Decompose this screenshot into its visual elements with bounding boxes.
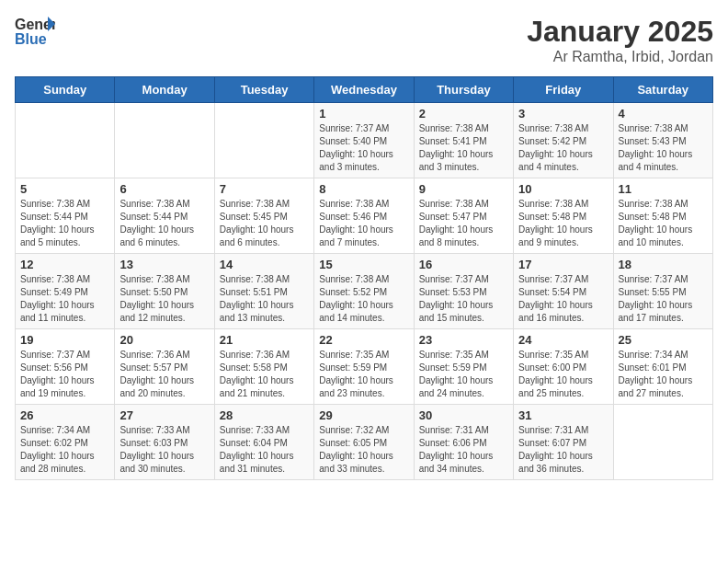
day-number: 17 [518, 258, 608, 271]
calendar-cell: 25Sunrise: 7:34 AMSunset: 6:01 PMDayligh… [613, 329, 712, 405]
day-info: Sunrise: 7:38 AMSunset: 5:44 PMDaylight:… [20, 198, 109, 249]
calendar-cell: 24Sunrise: 7:35 AMSunset: 6:00 PMDayligh… [514, 329, 613, 405]
weekday-header: Saturday [613, 77, 712, 103]
day-info: Sunrise: 7:38 AMSunset: 5:46 PMDaylight:… [319, 198, 408, 249]
day-number: 12 [20, 258, 109, 271]
day-info: Sunrise: 7:38 AMSunset: 5:45 PMDaylight:… [220, 198, 309, 249]
day-number: 13 [119, 258, 209, 271]
calendar-table: SundayMondayTuesdayWednesdayThursdayFrid… [15, 76, 713, 480]
calendar-cell [115, 103, 214, 178]
day-info: Sunrise: 7:38 AMSunset: 5:47 PMDaylight:… [419, 198, 508, 249]
day-info: Sunrise: 7:38 AMSunset: 5:48 PMDaylight:… [619, 198, 708, 249]
day-info: Sunrise: 7:37 AMSunset: 5:40 PMDaylight:… [319, 122, 408, 174]
weekday-header-row: SundayMondayTuesdayWednesdayThursdayFrid… [16, 77, 713, 103]
day-number: 4 [619, 107, 708, 121]
day-number: 11 [619, 182, 708, 196]
day-number: 21 [220, 333, 309, 347]
calendar-cell: 11Sunrise: 7:38 AMSunset: 5:48 PMDayligh… [613, 178, 712, 254]
day-info: Sunrise: 7:36 AMSunset: 5:57 PMDaylight:… [119, 349, 209, 400]
day-info: Sunrise: 7:35 AMSunset: 5:59 PMDaylight:… [319, 349, 408, 400]
calendar-cell: 13Sunrise: 7:38 AMSunset: 5:50 PMDayligh… [115, 254, 214, 329]
day-info: Sunrise: 7:37 AMSunset: 5:53 PMDaylight:… [419, 273, 508, 325]
day-info: Sunrise: 7:37 AMSunset: 5:54 PMDaylight:… [518, 273, 608, 325]
day-number: 19 [20, 333, 109, 347]
day-number: 2 [419, 107, 508, 121]
day-info: Sunrise: 7:37 AMSunset: 5:55 PMDaylight:… [619, 273, 708, 325]
day-info: Sunrise: 7:38 AMSunset: 5:48 PMDaylight:… [518, 198, 608, 249]
calendar-cell [16, 103, 115, 178]
day-info: Sunrise: 7:33 AMSunset: 6:04 PMDaylight:… [220, 424, 309, 476]
day-number: 9 [419, 182, 508, 196]
calendar-cell: 14Sunrise: 7:38 AMSunset: 5:51 PMDayligh… [214, 254, 313, 329]
calendar-cell: 1Sunrise: 7:37 AMSunset: 5:40 PMDaylight… [314, 103, 414, 178]
day-number: 16 [419, 258, 508, 271]
day-number: 15 [319, 258, 408, 271]
calendar-cell: 16Sunrise: 7:37 AMSunset: 5:53 PMDayligh… [414, 254, 513, 329]
weekday-header: Monday [115, 77, 214, 103]
calendar-cell [613, 405, 712, 480]
logo-icon: General Blue [15, 15, 55, 48]
calendar-cell: 17Sunrise: 7:37 AMSunset: 5:54 PMDayligh… [514, 254, 613, 329]
day-info: Sunrise: 7:35 AMSunset: 5:59 PMDaylight:… [419, 349, 508, 400]
day-info: Sunrise: 7:38 AMSunset: 5:52 PMDaylight:… [319, 273, 408, 325]
calendar-cell: 10Sunrise: 7:38 AMSunset: 5:48 PMDayligh… [514, 178, 613, 254]
day-number: 25 [619, 333, 708, 347]
calendar-week-row: 19Sunrise: 7:37 AMSunset: 5:56 PMDayligh… [16, 329, 713, 405]
weekday-header: Thursday [414, 77, 513, 103]
weekday-header: Sunday [16, 77, 115, 103]
day-info: Sunrise: 7:38 AMSunset: 5:49 PMDaylight:… [20, 273, 109, 325]
calendar-week-row: 1Sunrise: 7:37 AMSunset: 5:40 PMDaylight… [16, 103, 713, 178]
day-number: 14 [220, 258, 309, 271]
day-number: 3 [518, 107, 608, 121]
calendar-cell: 29Sunrise: 7:32 AMSunset: 6:05 PMDayligh… [314, 405, 414, 480]
page-header: General Blue January 2025 Ar Ramtha, Irb… [15, 15, 713, 65]
calendar-cell: 5Sunrise: 7:38 AMSunset: 5:44 PMDaylight… [16, 178, 115, 254]
svg-text:Blue: Blue [15, 31, 47, 47]
day-number: 18 [619, 258, 708, 271]
month-title: January 2025 [527, 15, 713, 49]
day-number: 22 [319, 333, 408, 347]
logo: General Blue [15, 15, 57, 48]
day-number: 29 [319, 408, 408, 422]
calendar-week-row: 12Sunrise: 7:38 AMSunset: 5:49 PMDayligh… [16, 254, 713, 329]
day-number: 6 [119, 182, 209, 196]
day-info: Sunrise: 7:32 AMSunset: 6:05 PMDaylight:… [319, 424, 408, 476]
day-number: 27 [119, 408, 209, 422]
day-info: Sunrise: 7:33 AMSunset: 6:03 PMDaylight:… [119, 424, 209, 476]
day-number: 8 [319, 182, 408, 196]
calendar-cell: 23Sunrise: 7:35 AMSunset: 5:59 PMDayligh… [414, 329, 513, 405]
calendar-cell: 9Sunrise: 7:38 AMSunset: 5:47 PMDaylight… [414, 178, 513, 254]
day-number: 28 [220, 408, 309, 422]
calendar-cell: 21Sunrise: 7:36 AMSunset: 5:58 PMDayligh… [214, 329, 313, 405]
calendar-cell: 27Sunrise: 7:33 AMSunset: 6:03 PMDayligh… [115, 405, 214, 480]
calendar-cell: 3Sunrise: 7:38 AMSunset: 5:42 PMDaylight… [514, 103, 613, 178]
day-info: Sunrise: 7:37 AMSunset: 5:56 PMDaylight:… [20, 349, 109, 400]
calendar-cell: 28Sunrise: 7:33 AMSunset: 6:04 PMDayligh… [214, 405, 313, 480]
day-info: Sunrise: 7:31 AMSunset: 6:06 PMDaylight:… [419, 424, 508, 476]
calendar-cell: 26Sunrise: 7:34 AMSunset: 6:02 PMDayligh… [16, 405, 115, 480]
day-info: Sunrise: 7:31 AMSunset: 6:07 PMDaylight:… [518, 424, 608, 476]
calendar-cell: 2Sunrise: 7:38 AMSunset: 5:41 PMDaylight… [414, 103, 513, 178]
day-info: Sunrise: 7:38 AMSunset: 5:42 PMDaylight:… [518, 122, 608, 174]
day-info: Sunrise: 7:34 AMSunset: 6:01 PMDaylight:… [619, 349, 708, 400]
day-number: 26 [20, 408, 109, 422]
day-info: Sunrise: 7:38 AMSunset: 5:51 PMDaylight:… [220, 273, 309, 325]
day-info: Sunrise: 7:38 AMSunset: 5:50 PMDaylight:… [119, 273, 209, 325]
day-info: Sunrise: 7:38 AMSunset: 5:43 PMDaylight:… [619, 122, 708, 174]
calendar-cell [214, 103, 313, 178]
day-number: 24 [518, 333, 608, 347]
day-number: 30 [419, 408, 508, 422]
calendar-cell: 15Sunrise: 7:38 AMSunset: 5:52 PMDayligh… [314, 254, 414, 329]
day-number: 23 [419, 333, 508, 347]
calendar-cell: 6Sunrise: 7:38 AMSunset: 5:44 PMDaylight… [115, 178, 214, 254]
calendar-cell: 8Sunrise: 7:38 AMSunset: 5:46 PMDaylight… [314, 178, 414, 254]
calendar-cell: 7Sunrise: 7:38 AMSunset: 5:45 PMDaylight… [214, 178, 313, 254]
calendar-week-row: 5Sunrise: 7:38 AMSunset: 5:44 PMDaylight… [16, 178, 713, 254]
calendar-cell: 30Sunrise: 7:31 AMSunset: 6:06 PMDayligh… [414, 405, 513, 480]
day-number: 1 [319, 107, 408, 121]
calendar-cell: 18Sunrise: 7:37 AMSunset: 5:55 PMDayligh… [613, 254, 712, 329]
day-info: Sunrise: 7:35 AMSunset: 6:00 PMDaylight:… [518, 349, 608, 400]
calendar-cell: 4Sunrise: 7:38 AMSunset: 5:43 PMDaylight… [613, 103, 712, 178]
weekday-header: Wednesday [314, 77, 414, 103]
location-title: Ar Ramtha, Irbid, Jordan [527, 49, 713, 65]
